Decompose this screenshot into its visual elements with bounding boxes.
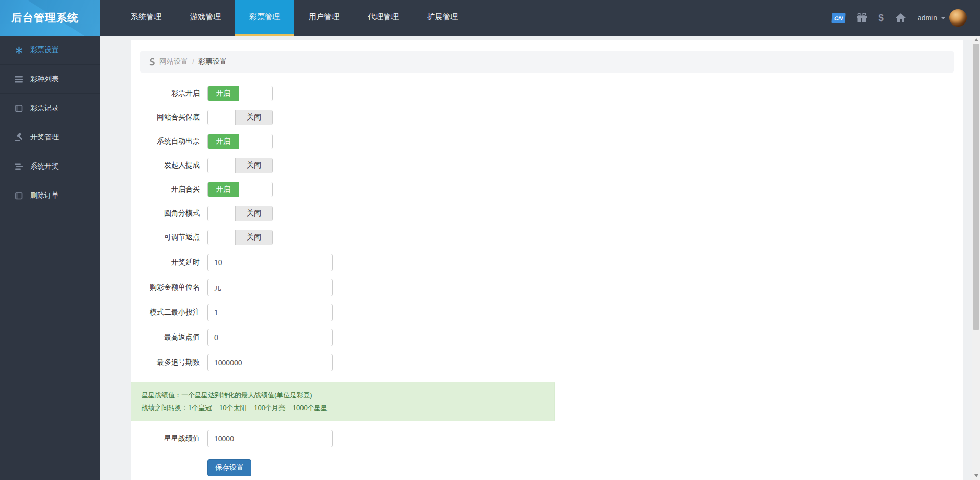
dollar-icon[interactable]: $	[878, 12, 884, 23]
gavel-icon	[14, 133, 24, 142]
bars-icon	[14, 162, 24, 171]
content-panel: 网站设置 / 彩票设置 彩票开启 开启 网站合买保底 关闭 系统自动出票	[131, 40, 963, 480]
tab-lottery-mgmt[interactable]: 彩票管理	[235, 0, 294, 36]
sidebar-item-label: 彩种列表	[30, 75, 59, 84]
sidebar-item-label: 彩票设置	[30, 45, 59, 55]
toggle-handle	[208, 206, 236, 221]
avatar	[949, 9, 967, 27]
draw-delay-input[interactable]	[207, 254, 333, 271]
topbar-right: CN $ admin	[832, 0, 980, 36]
field-label: 彩票开启	[131, 89, 207, 98]
star-score-input[interactable]	[207, 430, 333, 447]
toggle-handle	[208, 110, 236, 125]
toggle-handle	[208, 158, 236, 173]
tab-agent-mgmt[interactable]: 代理管理	[354, 0, 413, 36]
scrollbar[interactable]	[972, 36, 980, 480]
toggle-row: 开启合买 开启	[131, 182, 963, 197]
gift-icon[interactable]	[856, 13, 867, 23]
save-settings-button[interactable]: 保存设置	[207, 459, 251, 476]
sidebar-item-lottery-records[interactable]: 彩票记录	[0, 94, 100, 123]
toggle-row: 彩票开启 开启	[131, 86, 963, 101]
toggle-row: 网站合买保底 关闭	[131, 110, 963, 125]
field-label: 系统自动出票	[131, 137, 207, 146]
user-menu[interactable]: admin	[918, 9, 967, 27]
field-label: 最高返点值	[131, 333, 207, 342]
field-label: 可调节返点	[131, 233, 207, 242]
list-icon	[14, 75, 24, 84]
app-title: 后台管理系统	[11, 11, 79, 25]
scroll-up-arrow[interactable]	[972, 36, 980, 44]
field-label: 开奖延时	[131, 258, 207, 267]
lottery-enable-toggle[interactable]: 开启	[207, 86, 273, 101]
username: admin	[918, 14, 937, 22]
notice-line-2: 战绩之间转换：1个皇冠 = 10个太阳 = 100个月亮 = 1000个星星	[142, 402, 544, 415]
sidebar: 彩票设置 彩种列表 彩票记录 开奖管理	[0, 36, 100, 480]
max-chase-periods-input[interactable]	[207, 354, 333, 371]
sidebar-item-label: 删除订单	[30, 191, 59, 200]
input-row: 开奖延时	[131, 254, 963, 271]
field-label: 开启合买	[131, 185, 207, 194]
field-label: 圆角分模式	[131, 209, 207, 218]
sidebar-item-lottery-settings[interactable]: 彩票设置	[0, 36, 100, 65]
currency-unit-input[interactable]	[207, 279, 333, 296]
currency-badge-icon[interactable]: CN	[832, 13, 845, 23]
input-row: 购彩金额单位名	[131, 279, 963, 296]
cent-mode-toggle[interactable]: 关闭	[207, 206, 273, 221]
sidebar-item-label: 彩票记录	[30, 104, 59, 113]
scroll-down-arrow[interactable]	[972, 472, 980, 480]
group-buy-enable-toggle[interactable]: 开启	[207, 182, 273, 197]
settings-form: 彩票开启 开启 网站合买保底 关闭 系统自动出票 开启	[131, 86, 963, 476]
tab-user-mgmt[interactable]: 用户管理	[294, 0, 354, 36]
initiator-commission-toggle[interactable]: 关闭	[207, 158, 273, 173]
sidebar-item-lottery-types[interactable]: 彩种列表	[0, 65, 100, 94]
breadcrumb-current: 彩票设置	[198, 57, 227, 66]
max-rebate-input[interactable]	[207, 329, 333, 346]
sidebar-item-delete-orders[interactable]: 删除订单	[0, 181, 100, 210]
breadcrumb-separator: /	[192, 58, 194, 66]
topbar: 后台管理系统 系统管理 游戏管理 彩票管理 用户管理 代理管理 扩展管理 CN …	[0, 0, 980, 36]
main-area: 网站设置 / 彩票设置 彩票开启 开启 网站合买保底 关闭 系统自动出票	[100, 36, 972, 480]
button-row: 保存设置	[131, 459, 963, 476]
top-nav: 系统管理 游戏管理 彩票管理 用户管理 代理管理 扩展管理	[116, 0, 472, 36]
field-label: 最多追号期数	[131, 358, 207, 367]
notice-line-1: 星星战绩值：一个星星达到转化的最大战绩值(单位是彩豆)	[142, 389, 544, 402]
field-label: 网站合买保底	[131, 113, 207, 122]
link-icon	[148, 58, 155, 66]
tab-game-mgmt[interactable]: 游戏管理	[176, 0, 235, 36]
toggle-row: 圆角分模式 关闭	[131, 206, 963, 221]
input-row: 星星战绩值	[131, 430, 963, 447]
toggle-row: 发起人提成 关闭	[131, 158, 963, 173]
auto-ticket-toggle[interactable]: 开启	[207, 134, 273, 149]
toggle-handle	[239, 182, 272, 197]
breadcrumb-parent[interactable]: 网站设置	[159, 57, 188, 66]
sidebar-item-draw-mgmt[interactable]: 开奖管理	[0, 123, 100, 152]
field-label: 模式二最小投注	[131, 308, 207, 317]
field-label: 购彩金额单位名	[131, 283, 207, 292]
toggle-handle	[239, 86, 272, 101]
caret-down-icon	[941, 17, 946, 19]
app-logo[interactable]: 后台管理系统	[0, 0, 100, 36]
scrollbar-thumb[interactable]	[973, 44, 979, 330]
adjustable-rebate-toggle[interactable]: 关闭	[207, 230, 273, 245]
toggle-row: 系统自动出票 开启	[131, 134, 963, 149]
home-icon[interactable]	[895, 13, 906, 23]
sidebar-item-label: 系统开奖	[30, 162, 59, 171]
tab-extension-mgmt[interactable]: 扩展管理	[413, 0, 472, 36]
breadcrumb: 网站设置 / 彩票设置	[140, 51, 954, 73]
tab-system-mgmt[interactable]: 系统管理	[116, 0, 176, 36]
toggle-handle	[239, 134, 272, 149]
book-icon	[14, 104, 24, 113]
toggle-row: 可调节返点 关闭	[131, 230, 963, 245]
asterisk-icon	[14, 45, 24, 55]
star-score-notice: 星星战绩值：一个星星达到转化的最大战绩值(单位是彩豆) 战绩之间转换：1个皇冠 …	[131, 382, 555, 421]
book-icon	[14, 191, 24, 200]
field-label: 星星战绩值	[131, 434, 207, 443]
input-row: 最高返点值	[131, 329, 963, 346]
group-buy-guarantee-toggle[interactable]: 关闭	[207, 110, 273, 125]
input-row: 最多追号期数	[131, 354, 963, 371]
mode2-min-bet-input[interactable]	[207, 304, 333, 321]
input-row: 模式二最小投注	[131, 304, 963, 321]
sidebar-item-label: 开奖管理	[30, 133, 59, 142]
sidebar-item-system-draw[interactable]: 系统开奖	[0, 152, 100, 181]
toggle-handle	[208, 230, 236, 245]
